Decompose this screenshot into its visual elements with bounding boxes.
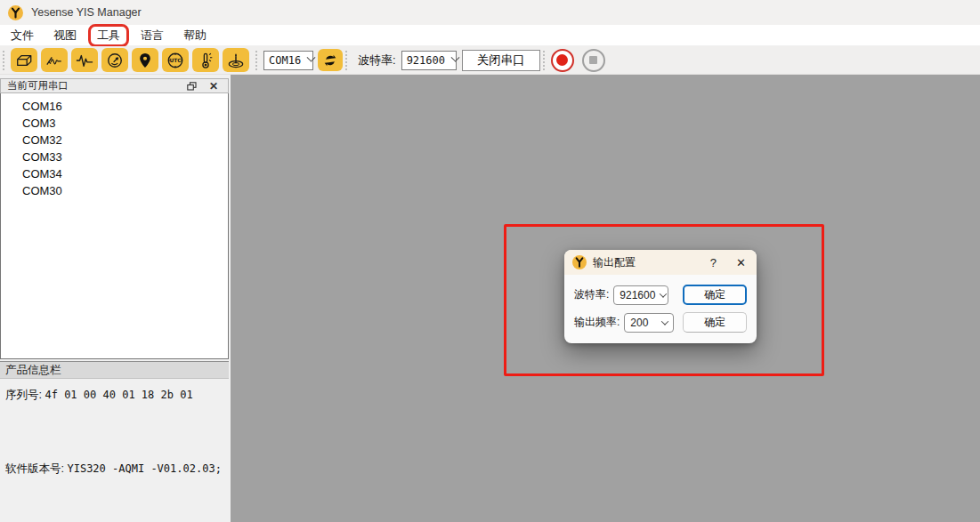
list-item-port[interactable]: COM32 [1, 132, 228, 149]
refresh-icon [322, 52, 338, 68]
3d-view-button[interactable] [11, 48, 37, 72]
gauge-icon [105, 52, 125, 69]
output-config-dialog: 输出配置 ? ✕ 波特率: 921600 确定 输出频率: 200 [564, 250, 757, 343]
software-version-value: YIS320 -AQMI -V01.02.03; [67, 462, 221, 475]
cube-icon [14, 52, 34, 69]
port-select-value: COM16 [269, 54, 301, 67]
port-list: COM16 COM3 COM32 COM33 COM34 COM30 [0, 93, 229, 359]
toolbar-plot-group: UTC [11, 48, 253, 72]
dialog-help-button[interactable]: ? [709, 256, 718, 269]
output-rate-select[interactable]: 200 [624, 313, 674, 333]
dialog-close-button[interactable]: ✕ [736, 257, 746, 269]
baud-rate-value: 921600 [620, 289, 655, 301]
menubar: 文件 视图 工具 语言 帮助 [0, 25, 980, 45]
dialog-body: 波特率: 921600 确定 输出频率: 200 确定 [564, 275, 757, 343]
product-info-body: 序列号: 4f 01 00 40 01 18 2b 01 软件版本号: YIS3… [0, 379, 230, 477]
utc-clock-icon: UTC [166, 52, 185, 69]
record-button[interactable] [551, 49, 574, 72]
angle-wave-icon [45, 52, 64, 69]
record-icon [556, 54, 568, 66]
yesense-logo-icon [8, 5, 23, 20]
toolbar-baud-group: 波特率: 921600 关闭串口 [353, 50, 540, 71]
utc-time-button[interactable]: UTC [162, 48, 189, 72]
toolbar: UTC COM16 [0, 46, 980, 75]
baud-rate-row: 波特率: 921600 确定 [574, 285, 747, 305]
product-info-header: 产品信息栏 [0, 361, 229, 379]
menu-item-language[interactable]: 语言 [131, 26, 174, 45]
dock-title: 当前可用串口 [7, 79, 69, 92]
port-select[interactable]: COM16 [263, 51, 313, 70]
chevron-down-icon [661, 317, 668, 325]
baud-rate-label: 波特率: [574, 287, 609, 302]
output-rate-row: 输出频率: 200 确定 [574, 312, 747, 333]
float-panel-button[interactable] [183, 82, 200, 91]
gauge-button[interactable] [101, 48, 128, 72]
list-item-port[interactable]: COM16 [1, 98, 228, 115]
confirm-rate-button[interactable]: 确定 [683, 312, 747, 333]
stop-button[interactable] [582, 49, 605, 72]
menu-item-view[interactable]: 视图 [44, 26, 86, 45]
main-content-area: 输出配置 ? ✕ 波特率: 921600 确定 输出频率: 200 [231, 75, 980, 522]
stop-icon [589, 56, 597, 64]
float-panel-icon [187, 82, 197, 91]
location-pin-icon [137, 52, 153, 69]
attitude-icon [226, 52, 246, 69]
serial-port-dock: 当前可用串口 ✕ COM16 COM3 COM32 COM33 COM34 CO… [0, 78, 230, 522]
baud-rate-label: 波特率: [358, 52, 396, 68]
thermometer-icon [196, 52, 215, 69]
confirm-baud-button[interactable]: 确定 [683, 285, 747, 305]
menu-item-file[interactable]: 文件 [1, 26, 44, 45]
temperature-button[interactable] [192, 48, 219, 72]
output-rate-label: 输出频率: [574, 315, 620, 330]
list-item-port[interactable]: COM30 [1, 182, 228, 199]
chevron-down-icon [451, 53, 460, 62]
dock-header: 当前可用串口 ✕ [0, 78, 229, 93]
serial-number-value: 4f 01 00 40 01 18 2b 01 [45, 389, 192, 401]
toolbar-drag-handle[interactable] [543, 51, 547, 70]
toolbar-drag-handle[interactable] [345, 51, 350, 70]
waveform-plot-button[interactable] [71, 48, 98, 72]
refresh-ports-button[interactable] [318, 49, 343, 71]
list-item-port[interactable]: COM34 [1, 165, 228, 182]
list-item-port[interactable]: COM3 [1, 115, 228, 132]
toolbar-record-group [551, 49, 605, 72]
close-icon: ✕ [209, 80, 218, 92]
close-icon: ✕ [736, 256, 746, 269]
toolbar-drag-handle[interactable] [3, 51, 7, 70]
chevron-down-icon [660, 290, 667, 297]
waveform-icon [75, 52, 94, 69]
menu-item-tools[interactable]: 工具 [88, 24, 129, 47]
serial-number-line: 序列号: 4f 01 00 40 01 18 2b 01 [5, 388, 224, 403]
chevron-down-icon [307, 53, 316, 62]
window-titlebar: Yesense YIS Manager [0, 0, 980, 25]
close-panel-button[interactable]: ✕ [206, 80, 222, 92]
svg-text:UTC: UTC [169, 58, 181, 63]
close-serial-port-button[interactable]: 关闭串口 [462, 50, 540, 71]
toolbar-port-group: COM16 [263, 49, 343, 71]
menu-item-help[interactable]: 帮助 [174, 26, 216, 45]
dialog-title: 输出配置 [593, 255, 636, 270]
software-version-line: 软件版本号: YIS320 -AQMI -V01.02.03; [5, 462, 224, 477]
serial-number-label: 序列号: [5, 389, 42, 401]
attitude-button[interactable] [223, 48, 249, 72]
list-item-port[interactable]: COM33 [1, 149, 228, 165]
yesense-logo-icon [572, 255, 587, 269]
output-rate-value: 200 [630, 317, 648, 329]
location-button[interactable] [132, 48, 158, 72]
baud-select[interactable]: 921600 [401, 51, 457, 70]
window-title: Yesense YIS Manager [31, 6, 142, 19]
angle-plot-button[interactable] [41, 48, 68, 72]
software-version-label: 软件版本号: [5, 462, 64, 475]
toolbar-drag-handle[interactable] [255, 51, 260, 70]
baud-rate-select[interactable]: 921600 [613, 285, 668, 305]
dialog-titlebar: 输出配置 ? ✕ [564, 250, 757, 275]
baud-select-value: 921600 [407, 54, 445, 67]
